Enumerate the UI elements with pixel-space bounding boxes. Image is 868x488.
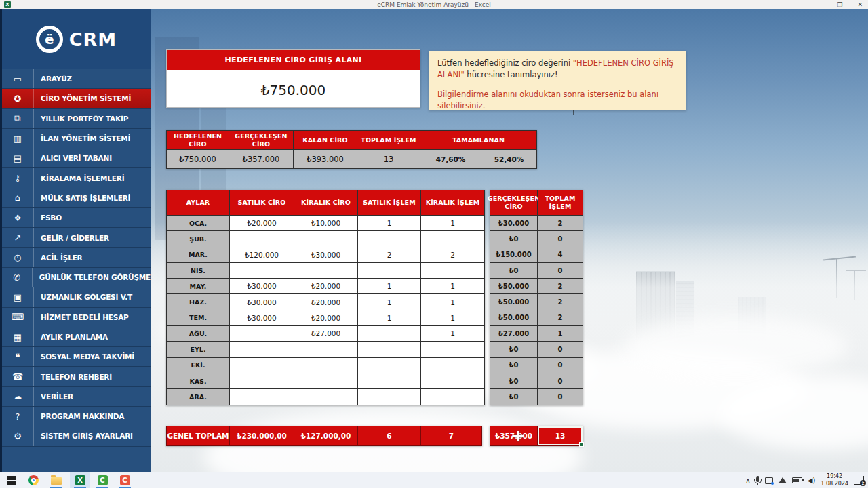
sidebar-item-ilan-yonetim-sistemi[interactable]: ▥İLAN YÖNETİM SİSTEMİ bbox=[2, 129, 151, 148]
toplam-islem-cell[interactable]: 0 bbox=[538, 373, 583, 388]
grand-total-kiralik-islem[interactable]: 7 bbox=[421, 426, 481, 445]
kiralik-ciro-cell[interactable] bbox=[294, 389, 357, 404]
kiralik-ciro-cell[interactable]: ₺30.000 bbox=[294, 247, 357, 262]
kiralik-islem-cell[interactable] bbox=[421, 389, 484, 404]
tray-chevron-icon[interactable]: ∧ bbox=[745, 477, 750, 484]
satilik-ciro-cell[interactable] bbox=[230, 342, 294, 357]
gerceklesen-ciro-cell[interactable]: ₺0 bbox=[490, 231, 537, 246]
kiralik-islem-cell[interactable] bbox=[421, 358, 484, 373]
grand-total-islem-selected-cell[interactable]: 13 bbox=[538, 426, 583, 445]
month-cell[interactable]: ARA. bbox=[167, 389, 229, 404]
toplam-islem-cell[interactable]: 2 bbox=[538, 279, 583, 293]
month-cell[interactable]: EYL. bbox=[167, 342, 229, 357]
grand-total-label[interactable]: GENEL TOPLAM bbox=[167, 426, 229, 445]
satilik-ciro-cell[interactable]: ₺30.000 bbox=[230, 310, 294, 325]
notification-center-icon[interactable]: 2 bbox=[854, 476, 864, 485]
gerceklesen-ciro-cell[interactable]: ₺150.000 bbox=[490, 247, 537, 262]
sidebar-item-kiralama-islemleri[interactable]: ⚷KİRALAMA İŞLEMLERİ bbox=[2, 168, 151, 188]
sidebar-item-arayuz[interactable]: ▭ARAYÜZ bbox=[2, 69, 151, 89]
kiralik-ciro-cell[interactable]: ₺20.000 bbox=[294, 294, 357, 309]
kiralik-ciro-cell[interactable] bbox=[294, 231, 357, 246]
satilik-islem-cell[interactable] bbox=[358, 389, 420, 404]
gerceklesen-ciro-cell[interactable]: ₺0 bbox=[490, 373, 537, 388]
sidebar-item-acil-isler[interactable]: ◷ACİL İŞLER bbox=[2, 248, 151, 268]
satilik-islem-cell[interactable] bbox=[358, 373, 420, 388]
satilik-ciro-cell[interactable]: ₺30.000 bbox=[230, 294, 294, 309]
summary-value-cell[interactable]: ₺393.000 bbox=[294, 150, 357, 168]
toplam-islem-cell[interactable]: 2 bbox=[538, 216, 583, 230]
toplam-islem-cell[interactable]: 2 bbox=[538, 294, 583, 309]
month-cell[interactable]: HAZ. bbox=[167, 294, 229, 309]
gerceklesen-ciro-cell[interactable]: ₺0 bbox=[490, 263, 537, 278]
toplam-islem-cell[interactable]: 2 bbox=[538, 310, 583, 325]
sidebar-item-veriler[interactable]: ☁VERİLER bbox=[2, 387, 151, 407]
kiralik-islem-cell[interactable] bbox=[421, 342, 484, 357]
toplam-islem-cell[interactable]: 0 bbox=[538, 263, 583, 278]
monthly-header-cell[interactable]: KİRALIK İŞLEM bbox=[421, 190, 484, 215]
kiralik-ciro-cell[interactable] bbox=[294, 342, 357, 357]
speaker-icon[interactable]: ◀) bbox=[808, 477, 816, 484]
toplam-islem-cell[interactable]: 4 bbox=[538, 247, 583, 262]
gerceklesen-ciro-cell[interactable]: ₺30.000 bbox=[490, 216, 537, 230]
kiralik-ciro-cell[interactable]: ₺27.000 bbox=[294, 326, 357, 341]
month-cell[interactable]: NİS. bbox=[167, 263, 229, 278]
sidebar-item-mulk-satis-islemleri[interactable]: ⌂MÜLK SATIŞ İŞLEMLERİ bbox=[2, 188, 151, 208]
kiralik-islem-cell[interactable]: 1 bbox=[421, 310, 484, 325]
info-box[interactable]: Lütfen hedeflediğiniz ciro değerini "HED… bbox=[429, 51, 686, 110]
kiralik-ciro-cell[interactable]: ₺20.000 bbox=[294, 310, 357, 325]
month-cell[interactable]: TEM. bbox=[167, 310, 229, 325]
restore-button[interactable]: ❐ bbox=[837, 1, 842, 8]
target-revenue-value[interactable]: ₺750.000 bbox=[167, 71, 420, 108]
summary-value-cell[interactable]: ₺750.000 bbox=[167, 150, 229, 168]
toplam-islem-cell[interactable]: 0 bbox=[538, 231, 583, 246]
summary-header-cell[interactable]: GERÇEKLEŞEN CİRO bbox=[229, 131, 293, 149]
month-cell[interactable]: OCA. bbox=[167, 216, 229, 230]
summary-percent-cell[interactable]: 47,60% bbox=[420, 150, 481, 168]
sidebar-item-uzmanlik-golgesi-v-t[interactable]: ▣UZMANLIK GÖLGESİ V.T bbox=[2, 287, 151, 307]
kiralik-ciro-cell[interactable]: ₺10.000 bbox=[294, 216, 357, 230]
sidebar-item-program-hakkinda[interactable]: ?PROGRAM HAKKINDA bbox=[2, 407, 151, 426]
summary-value-cell[interactable]: 13 bbox=[357, 150, 420, 168]
satilik-ciro-cell[interactable] bbox=[230, 358, 294, 373]
satilik-ciro-cell[interactable]: ₺120.000 bbox=[230, 247, 294, 262]
taskbar-camtasia-button[interactable]: C bbox=[97, 474, 108, 485]
grand-total-satilik[interactable]: ₺230.000,00 bbox=[230, 426, 294, 445]
month-cell[interactable]: KAS. bbox=[167, 373, 229, 388]
taskbar-clock[interactable]: 19:42 1.08.2024 bbox=[821, 473, 848, 487]
sidebar-item-hizmet-bedeli-hesap[interactable]: ⌨HİZMET BEDELİ HESAP bbox=[2, 308, 151, 327]
satilik-ciro-cell[interactable] bbox=[230, 389, 294, 404]
realized-header-cell[interactable]: GERÇEKLEŞEN CİRO bbox=[490, 190, 537, 215]
satilik-islem-cell[interactable] bbox=[358, 358, 420, 373]
start-button[interactable] bbox=[6, 474, 17, 485]
realized-header-cell[interactable]: TOPLAM İŞLEM bbox=[538, 190, 583, 215]
summary-header-cell[interactable]: KALAN CİRO bbox=[294, 131, 357, 149]
monthly-header-cell[interactable]: KİRALIK CİRO bbox=[294, 190, 357, 215]
sidebar-item-aylik-planlama[interactable]: ▦AYLIK PLANLAMA bbox=[2, 327, 151, 347]
kiralik-ciro-cell[interactable] bbox=[294, 358, 357, 373]
satilik-ciro-cell[interactable] bbox=[230, 231, 294, 246]
kiralik-islem-cell[interactable]: 1 bbox=[421, 279, 484, 293]
kiralik-ciro-cell[interactable]: ₺20.000 bbox=[294, 279, 357, 293]
satilik-islem-cell[interactable] bbox=[358, 342, 420, 357]
sidebar-item-sistem-giris-ayarlari[interactable]: ⚙SİSTEM GİRİŞ AYARLARI bbox=[2, 426, 151, 446]
kiralik-ciro-cell[interactable] bbox=[294, 373, 357, 388]
satilik-islem-cell[interactable]: 1 bbox=[358, 216, 420, 230]
monthly-header-cell[interactable]: SATILIK İŞLEM bbox=[358, 190, 420, 215]
gerceklesen-ciro-cell[interactable]: ₺50.000 bbox=[490, 310, 537, 325]
sidebar-item-sosyal-medya-takvimi[interactable]: ❝SOSYAL MEDYA TAKVİMİ bbox=[2, 347, 151, 367]
taskbar-chrome-button[interactable] bbox=[28, 474, 39, 485]
kiralik-ciro-cell[interactable] bbox=[294, 263, 357, 278]
summary-header-cell[interactable]: TOPLAM İŞLEM bbox=[357, 131, 420, 149]
sidebar-item-alici-veri-tabani[interactable]: ▤ALICI VERİ TABANI bbox=[2, 148, 151, 168]
toplam-islem-cell[interactable]: 1 bbox=[538, 326, 583, 341]
month-cell[interactable]: ŞUB. bbox=[167, 231, 229, 246]
sidebar-item-fsbo[interactable]: ❖FSBO bbox=[2, 208, 151, 228]
kiralik-islem-cell[interactable]: 1 bbox=[421, 326, 484, 341]
taskbar-excel-button[interactable]: X bbox=[75, 474, 85, 485]
month-cell[interactable]: AĞU. bbox=[167, 326, 229, 341]
kiralik-islem-cell[interactable] bbox=[421, 373, 484, 388]
satilik-ciro-cell[interactable] bbox=[230, 373, 294, 388]
sidebar-item-telefon-rehberi[interactable]: ☎TELEFON REHBERİ bbox=[2, 367, 151, 386]
satilik-islem-cell[interactable]: 1 bbox=[358, 279, 420, 293]
taskbar-red-c-button[interactable]: C bbox=[119, 474, 130, 485]
